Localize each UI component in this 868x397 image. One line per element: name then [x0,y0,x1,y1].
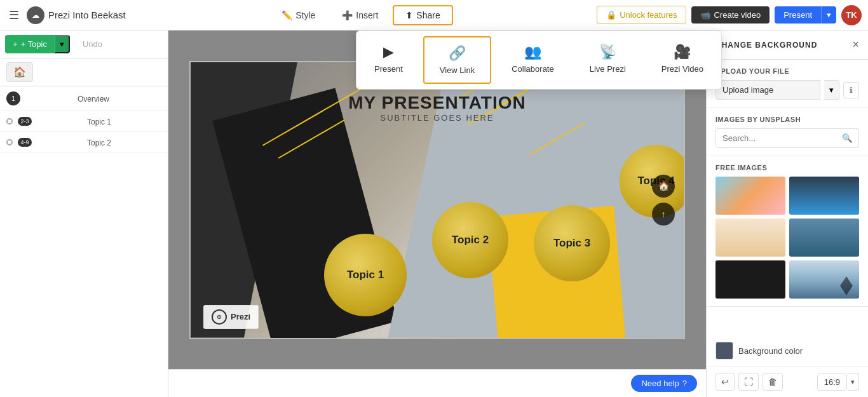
canvas-bottom-bar: Need help ? [168,369,706,397]
create-video-button[interactable]: 📹 Create video [691,6,770,24]
sidebar-left: + + Topic ▾ Undo 🏠 1 [0,30,168,397]
slide-range: 4-9 [18,138,32,147]
unsplash-section: IMAGES BY UNSPLASH 🔍 [707,108,868,156]
color-swatch[interactable] [715,342,733,360]
images-grid [715,177,859,299]
topic-3-circle[interactable]: Topic 3 [534,205,610,281]
share-dropdown: ▶ Present 🔗 View Link 👥 Collaborate 📡 Li… [356,30,722,90]
search-input[interactable] [716,129,836,147]
add-topic-dropdown-arrow[interactable]: ▾ [55,35,70,53]
need-help-button[interactable]: Need help ? [631,375,697,392]
panel-close-button[interactable]: × [852,38,859,51]
slide-label: Overview [78,95,109,104]
slide-label: Topic 1 [87,118,111,126]
share-option-present[interactable]: ▶ Present [359,36,418,84]
share-option-view-link[interactable]: 🔗 View Link [423,36,491,84]
canvas-nav: 🏠 ↑ [652,175,675,225]
style-icon: ✏️ [281,10,292,20]
slide-card: Topic 2 Topic 2 [37,137,161,147]
topic-3-label: Topic 3 [553,237,590,250]
undo-button[interactable]: Undo [75,37,110,51]
background-color-label[interactable]: Background color [738,346,803,356]
image-thumb-1[interactable] [715,177,785,215]
insert-button[interactable]: ➕ Insert [330,6,390,25]
topbar: ☰ ☁ Prezi Into Beekast ✏️ Style ➕ Insert… [0,0,868,30]
search-icon-button[interactable]: 🔍 [836,129,859,147]
list-item[interactable]: 4-9 Topic 2 Topic 2 [0,132,168,153]
topic-2-circle[interactable]: Topic 2 [432,202,508,278]
slide-label: Topic 2 [87,138,111,147]
prezi-logo: ⊙ [212,309,227,325]
slides-list: 1 MY PRESENTATION SUBTITLE GOES HERE Ove… [0,86,168,397]
collaborate-icon: 👥 [524,44,541,60]
app-title: Prezi Into Beekast [48,10,126,20]
prezi-video-icon: 🎥 [674,44,691,60]
upload-section: UPLOAD YOUR FILE Upload image ▾ ℹ [707,60,868,108]
undo-bg-button[interactable]: ↩ [715,373,735,391]
slide-card: Topic 1 Topic 1 [37,116,161,126]
prezi-text: Prezi [231,312,250,321]
topic-1-circle[interactable]: Topic 1 [324,234,407,316]
prezi-watermark: ⊙ Prezi [203,305,259,329]
share-option-live-prezi[interactable]: 📡 Live Prezi [574,36,641,84]
present-icon: ▶ [383,44,394,60]
lock-icon: 🔒 [606,10,616,20]
panel-scroll-area[interactable]: UPLOAD YOUR FILE Upload image ▾ ℹ IMAGES… [707,60,868,335]
topic-2-label: Topic 2 [452,234,489,246]
ratio-button[interactable]: 16:9 [817,373,847,391]
app-logo: ☁ Prezi Into Beekast [27,6,126,24]
list-item[interactable]: 2-3 Topic 1 Topic 1 [0,111,168,132]
help-icon: ? [682,379,687,388]
image-thumb-2[interactable] [789,177,859,215]
link-icon: 🔗 [449,45,466,62]
presentation-canvas[interactable]: MY PRESENTATION SUBTITLE GOES HERE Topic… [189,61,685,339]
video-icon: 📹 [700,10,710,20]
panel-footer: ↩ ⛶ 🗑 16:9 ▾ [707,367,868,397]
slide-number: 1 [6,91,20,105]
unlock-button[interactable]: 🔒 Unlock features [597,6,686,24]
free-images-title: FREE IMAGES [715,164,859,172]
panel-title: CHANGE BACKGROUND [715,41,817,50]
topbar-center: ✏️ Style ➕ Insert ⬆ Share [269,5,453,25]
add-topic-button[interactable]: + + Topic [5,36,55,52]
present-dropdown-arrow[interactable]: ▾ [821,6,836,24]
nav-home-button[interactable]: 🏠 [652,175,675,198]
image-thumb-4[interactable] [789,219,859,257]
presentation-title: MY PRESENTATION [348,93,526,113]
topbar-right: 🔒 Unlock features 📹 Create video Present… [597,5,862,25]
share-button[interactable]: ⬆ Share [393,5,452,25]
home-button[interactable]: 🏠 [6,62,33,82]
sidebar-toolbar: + + Topic ▾ Undo [0,30,168,58]
menu-icon[interactable]: ☰ [6,6,22,25]
sidebar-home: 🏠 [0,58,168,86]
upload-dropdown-arrow[interactable]: ▾ [824,80,839,100]
img6-shape [840,276,853,295]
upload-image-button[interactable]: Upload image [715,80,820,100]
slide-indicator [6,118,13,124]
delete-bg-button[interactable]: 🗑 [763,373,783,391]
nav-up-button[interactable]: ↑ [652,203,675,225]
free-images-section: FREE IMAGES [707,156,868,307]
list-item[interactable]: 1 MY PRESENTATION SUBTITLE GOES HERE Ove… [0,86,168,111]
avatar[interactable]: TK [841,5,862,25]
fullscreen-button[interactable]: ⛶ [738,373,759,391]
image-thumb-6[interactable] [789,260,859,299]
present-label[interactable]: Present [775,6,821,24]
panel-header: CHANGE BACKGROUND × [707,30,868,60]
ratio-dropdown-arrow[interactable]: ▾ [847,373,859,391]
upload-info-button[interactable]: ℹ [843,82,859,98]
share-icon: ⬆ [405,10,413,20]
presentation-subtitle: SUBTITLE GOES HERE [348,113,526,123]
slide-card: MY PRESENTATION SUBTITLE GOES HERE Overv… [25,93,161,104]
ratio-control: 16:9 ▾ [817,373,859,391]
style-button[interactable]: ✏️ Style [269,6,327,25]
image-thumb-5[interactable] [715,260,785,299]
present-button[interactable]: Present ▾ [775,6,836,24]
share-option-collaborate[interactable]: 👥 Collaborate [496,36,569,84]
image-thumb-3[interactable] [715,219,785,257]
search-box: 🔍 [715,128,859,148]
share-option-prezi-video[interactable]: 🎥 Prezi Video [646,36,719,84]
presentation-title-area: MY PRESENTATION SUBTITLE GOES HERE [348,93,526,123]
live-prezi-icon: 📡 [599,44,616,60]
upload-row: Upload image ▾ ℹ [715,80,859,100]
